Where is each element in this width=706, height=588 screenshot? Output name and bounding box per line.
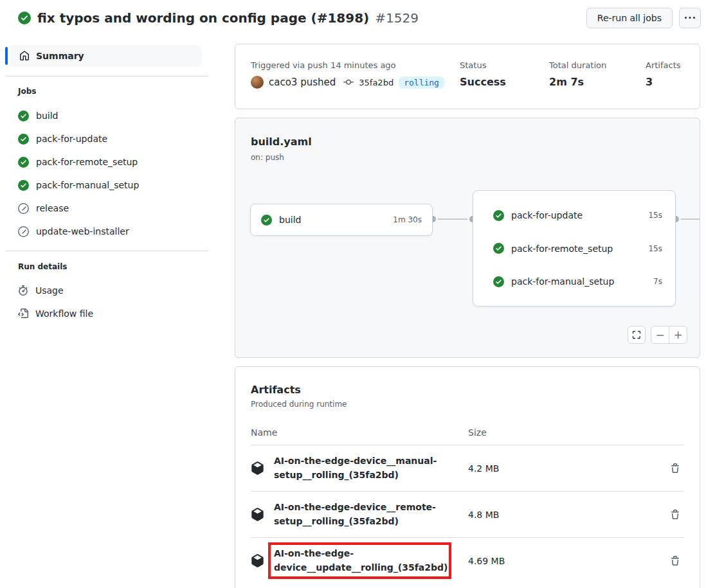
graph-node-pack-for-remote-setup[interactable]: pack-for-remote_setup 15s: [473, 233, 675, 264]
artifact-row: AI-on-the-edge-device__manual-setup__rol…: [251, 445, 684, 492]
avatar[interactable]: [251, 76, 264, 89]
connector-line: [433, 218, 473, 220]
column-header-name: Name: [251, 427, 468, 438]
graph-node-pack-for-manual-setup[interactable]: pack-for-manual_setup 7s: [473, 266, 675, 297]
artifact-size: 4.69 MB: [468, 556, 662, 566]
job-label: pack-for-manual_setup: [36, 180, 139, 190]
kebab-horizontal-icon: [685, 13, 695, 23]
workflow-trigger: on: push: [251, 153, 284, 162]
job-label: release: [36, 203, 69, 213]
artifact-size: 4.8 MB: [468, 510, 662, 520]
artifacts-table: Name Size AI-on-the-edge-device__manual-…: [251, 420, 684, 584]
rerun-all-jobs-button[interactable]: Re-run all jobs: [586, 8, 673, 28]
page-title: fix typos and wording on config page (#1…: [37, 10, 419, 26]
sidebar-item-usage[interactable]: Usage: [0, 279, 219, 302]
job-success-icon: [18, 180, 29, 191]
sidebar-job-update-web-installer[interactable]: update-web-installer: [0, 220, 219, 243]
package-icon: [251, 554, 264, 567]
summary-label: Summary: [36, 51, 84, 61]
zoom-out-button[interactable]: −: [651, 326, 669, 343]
home-icon: [19, 51, 30, 61]
duration-label: Total duration: [549, 60, 646, 70]
trash-icon: [670, 556, 680, 566]
job-label: pack-for-update: [36, 134, 107, 144]
job-skipped-icon: [18, 226, 29, 237]
more-options-button[interactable]: [679, 8, 701, 28]
jobs-heading: Jobs: [18, 87, 36, 96]
trigger-text: Triggered via push 14 minutes ago: [251, 60, 460, 70]
commit-sha-link[interactable]: 35fa2bd: [359, 78, 394, 87]
run-header: fix typos and wording on config page (#1…: [18, 4, 701, 32]
artifact-row: AI-on-the-edge-device__remote-setup__rol…: [251, 492, 684, 538]
file-code-icon: [18, 308, 28, 319]
zoom-in-button[interactable]: +: [669, 326, 687, 343]
artifact-size: 4.2 MB: [468, 463, 662, 474]
column-header-size: Size: [468, 427, 662, 438]
artifacts-title: Artifacts: [251, 384, 684, 396]
graph-node-label: pack-for-remote_setup: [511, 244, 641, 254]
artifacts-count: 3: [646, 76, 684, 88]
job-skipped-icon: [18, 203, 29, 214]
sidebar-item-summary[interactable]: Summary: [10, 45, 201, 67]
run-number: #1529: [375, 10, 419, 26]
zoom-controls: − +: [651, 326, 687, 344]
job-success-icon: [493, 276, 504, 287]
sidebar-job-release[interactable]: release: [0, 197, 219, 220]
graph-node-duration: 1m 30s: [393, 215, 422, 224]
active-nav-accent-bar: [5, 47, 8, 65]
trash-icon: [670, 463, 680, 474]
actor-pushed-link[interactable]: caco3 pushed: [269, 76, 336, 88]
run-status-success-icon: [18, 12, 31, 24]
run-summary-card: Triggered via push 14 minutes ago caco3 …: [235, 44, 700, 109]
run-detail-label: Usage: [35, 285, 64, 296]
branch-badge[interactable]: rolling: [399, 76, 444, 89]
sidebar-job-pack-for-update[interactable]: pack-for-update: [0, 127, 219, 150]
artifacts-subtitle: Produced during runtime: [251, 400, 684, 409]
graph-node-duration: 15s: [648, 244, 662, 253]
graph-node-build[interactable]: build 1m 30s: [250, 204, 433, 236]
graph-node-pack-for-update[interactable]: pack-for-update 15s: [473, 200, 675, 231]
sidebar-divider: [5, 76, 209, 76]
package-icon: [251, 461, 264, 475]
job-success-icon: [18, 157, 29, 168]
graph-node-label: pack-for-update: [511, 210, 641, 220]
workflow-run-page: fix typos and wording on config page (#1…: [0, 0, 706, 588]
sidebar-job-pack-for-manual-setup[interactable]: pack-for-manual_setup: [0, 174, 219, 197]
artifacts-label: Artifacts: [646, 60, 684, 70]
delete-artifact-button[interactable]: [670, 463, 680, 474]
stopwatch-icon: [18, 285, 28, 296]
jobs-list: build pack-for-update pack-for-remote_se…: [0, 104, 219, 243]
artifact-name-link[interactable]: AI-on-the-edge-device__update__rolling_(…: [274, 547, 448, 575]
connector-line: [676, 218, 700, 220]
trash-icon: [670, 510, 680, 520]
sidebar-item-workflow-file[interactable]: Workflow file: [0, 302, 219, 325]
artifact-name-link[interactable]: AI-on-the-edge-device__remote-setup__rol…: [274, 501, 448, 528]
job-success-icon: [493, 243, 504, 254]
graph-node-duration: 7s: [653, 277, 662, 286]
delete-artifact-button[interactable]: [670, 556, 680, 566]
run-details-list: Usage Workflow file: [0, 279, 219, 325]
job-success-icon: [493, 210, 504, 221]
sidebar-job-pack-for-remote-setup[interactable]: pack-for-remote_setup: [0, 150, 219, 174]
sidebar-divider: [5, 251, 209, 251]
job-success-icon: [18, 111, 29, 121]
graph-node-duration: 15s: [648, 211, 662, 220]
run-details-heading: Run details: [18, 262, 67, 271]
artifacts-card: Artifacts Produced during runtime Name S…: [235, 366, 700, 588]
workflow-file-name: build.yaml: [251, 136, 312, 148]
artifact-name-link[interactable]: AI-on-the-edge-device__manual-setup__rol…: [274, 454, 448, 482]
status-value: Success: [460, 76, 549, 88]
status-label: Status: [460, 60, 549, 70]
commit-row: caco3 pushed 35fa2bd rolling: [251, 76, 460, 89]
graph-node-label: build: [279, 215, 386, 225]
screen-full-icon: [632, 330, 641, 339]
graph-node-label: pack-for-manual_setup: [511, 276, 646, 287]
sidebar-job-build[interactable]: build: [0, 104, 219, 127]
delete-artifact-button[interactable]: [670, 510, 680, 520]
job-label: pack-for-remote_setup: [36, 157, 138, 167]
duration-value: 2m 7s: [549, 76, 646, 88]
job-label: build: [36, 111, 58, 121]
run-title-wrap: fix typos and wording on config page (#1…: [18, 10, 586, 26]
job-success-icon: [18, 134, 29, 145]
fullscreen-button[interactable]: [628, 326, 646, 344]
